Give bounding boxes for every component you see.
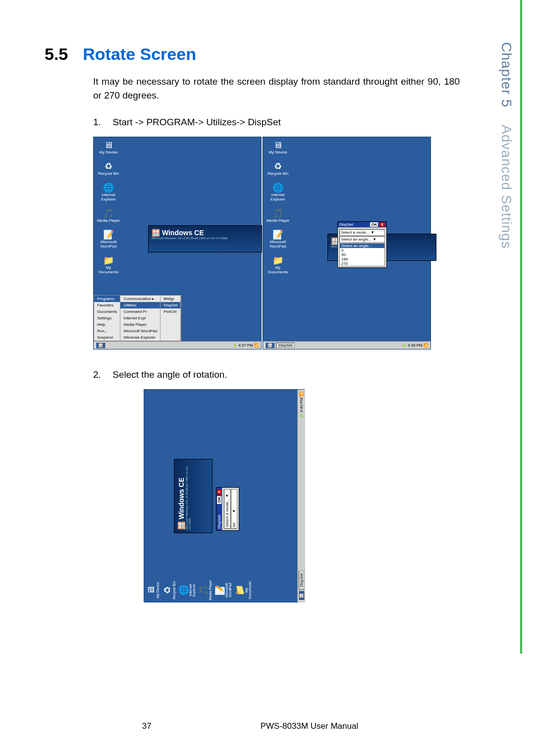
dispset-window[interactable]: DispSet OK X Select a mode... ▼ Select a…: [337, 221, 387, 268]
start-button-2[interactable]: 🪟: [265, 342, 275, 349]
ok-button-3[interactable]: OK: [217, 496, 221, 504]
dispset-window-3[interactable]: DispSet OK X Select a mode... ▼ 90 ▼: [216, 487, 239, 531]
taskbar-clock-2: 🔋 4:39 PM 📶: [402, 343, 428, 348]
desktop-icon[interactable]: 🎵Media Player: [266, 208, 290, 223]
page-footer: 37 PWS-8033M User Manual: [0, 721, 500, 731]
desktop-icon[interactable]: 📝Microsoft WordPad: [97, 230, 120, 249]
taskbar-3[interactable]: 🪟 DispSet 🔋 4:40 PM 📶: [297, 390, 305, 603]
angle-select-3[interactable]: 90 ▼: [231, 489, 237, 529]
page-number: 37: [142, 721, 152, 731]
step-1: 1. Start -> PROGRAM-> Utilizes-> DispSet: [93, 117, 500, 128]
menu-item[interactable]: Windows Explorer: [120, 334, 160, 341]
desktop-icon[interactable]: 🎵Media Player: [97, 208, 120, 223]
screenshot-3-container: 🖥My Device♻Recycle Bin🌐Internet Explorer…: [144, 389, 305, 602]
desktop-icon[interactable]: 📁My Documents: [266, 255, 290, 274]
section-paragraph: It may be necessary to rotate the screen…: [93, 75, 460, 102]
mode-dropdown[interactable]: Select a mode... ▼: [339, 229, 385, 236]
section-heading: 5.5 Rotate Screen: [45, 45, 500, 64]
taskbar[interactable]: 🪟 🔋 4:37 PM 📶: [94, 341, 261, 349]
angle-option[interactable]: 270: [340, 261, 384, 266]
desktop-icon[interactable]: 🖥My Device: [266, 140, 290, 154]
step-2-text: Select the angle of rotation.: [112, 369, 227, 380]
taskbar-clock-3: 🔋 4:40 PM 📶: [299, 392, 304, 418]
menu-item[interactable]: PwrCtrl: [160, 308, 180, 315]
angle-option[interactable]: 90: [340, 252, 384, 257]
dispset-title: DispSet: [339, 222, 353, 227]
angle-option[interactable]: 0: [340, 248, 384, 252]
menu-item[interactable]: Command Pr: [120, 308, 160, 315]
manual-name: PWS-8033M User Manual: [261, 721, 358, 731]
taskbar-clock: 🔋 4:37 PM 📶: [232, 343, 259, 348]
close-button[interactable]: X: [379, 222, 385, 227]
menu-item[interactable]: BtMgr: [160, 296, 180, 302]
menu-item[interactable]: Suspend: [94, 334, 120, 341]
taskbar-2[interactable]: 🪟 DispSet 🔋 4:39 PM 📶: [263, 341, 430, 349]
menu-item[interactable]: Programs: [94, 296, 120, 302]
menu-item[interactable]: Favorites: [94, 302, 120, 308]
desktop-icon[interactable]: 🖥My Device: [146, 580, 160, 601]
menu-item[interactable]: Documents: [94, 308, 120, 315]
menu-item[interactable]: Settings: [94, 315, 120, 321]
menu-item[interactable]: Run...: [94, 328, 120, 334]
menu-item[interactable]: Microsoft WordPad: [120, 328, 160, 334]
desktop-icon[interactable]: ♻Recycle Bin: [162, 580, 176, 601]
taskbar-app-3[interactable]: DispSet: [299, 571, 304, 590]
angle-option[interactable]: 180: [340, 257, 384, 261]
winCE-splash-3: 🪟 Windows CE Microsoft Windows CE v5.00 …: [174, 459, 213, 533]
step-2-number: 2.: [93, 369, 110, 380]
angle-list[interactable]: Select an angle...090180270: [339, 243, 385, 266]
screenshot-1: 🖥My Device♻Recycle Bin🌐Internet Explorer…: [93, 137, 262, 350]
step-1-number: 1.: [93, 117, 110, 128]
desktop-icon[interactable]: 📝Microsoft WordPad: [266, 230, 290, 249]
desktop-icon[interactable]: 📁My Documents: [235, 580, 252, 601]
menu-item[interactable]: Communication ▸: [120, 296, 160, 302]
desktop-icon[interactable]: 🌐Internet Explorer: [179, 580, 196, 601]
screenshot-2: 🖥My Device♻Recycle Bin🌐Internet Explorer…: [263, 137, 431, 350]
menu-item[interactable]: DispSet: [160, 302, 180, 308]
start-menu[interactable]: ProgramsFavoritesDocumentsSettingsHelpRu…: [94, 295, 181, 341]
desktop-icon[interactable]: 🖥My Device: [97, 140, 120, 154]
mode-dropdown-3[interactable]: Select a mode... ▼: [224, 489, 230, 529]
screenshot-row: 🖥My Device♻Recycle Bin🌐Internet Explorer…: [93, 137, 500, 350]
section-number: 5.5: [45, 45, 68, 64]
desktop-icon[interactable]: 📁My Documents: [97, 255, 120, 274]
desktop-icon[interactable]: 🌐Internet Explorer: [266, 183, 290, 202]
desktop-icon[interactable]: ♻Recycle Bin: [97, 161, 120, 176]
step-2: 2. Select the angle of rotation.: [93, 369, 500, 380]
ok-button[interactable]: OK: [370, 222, 378, 227]
dispset-title-3: DispSet: [217, 515, 221, 529]
step-1-text: Start -> PROGRAM-> Utilizes-> DispSet: [112, 117, 280, 127]
start-button-3[interactable]: 🪟: [298, 591, 305, 601]
desktop-icon[interactable]: 🌐Internet Explorer: [97, 183, 120, 202]
menu-item[interactable]: Media Player: [120, 321, 160, 328]
desktop-icon[interactable]: 📝Microsoft WordPad: [215, 580, 232, 601]
splash-brand: Windows CE: [162, 229, 204, 237]
section-title: Rotate Screen: [83, 45, 196, 64]
menu-item[interactable]: Help: [94, 321, 120, 328]
splash-sub: Microsoft Windows CE v5.00 (Build 1400 o…: [152, 237, 259, 240]
menu-item[interactable]: Utilities: [120, 302, 160, 308]
screenshot-3: 🖥My Device♻Recycle Bin🌐Internet Explorer…: [144, 390, 305, 603]
close-button-3[interactable]: X: [217, 489, 221, 495]
start-button[interactable]: 🪟: [96, 342, 106, 349]
angle-dropdown[interactable]: Select an angle... ▼: [339, 236, 385, 243]
winCE-splash: 🪟 Windows CE Microsoft Windows CE v5.00 …: [148, 225, 262, 252]
taskbar-app[interactable]: DispSet: [276, 343, 295, 348]
list-header: Select an angle...: [340, 244, 384, 248]
menu-item[interactable]: Internet Expl: [120, 315, 160, 321]
desktop-icon[interactable]: ♻Recycle Bin: [266, 161, 290, 176]
desktop-icon[interactable]: 🎵Media Player: [199, 580, 212, 601]
